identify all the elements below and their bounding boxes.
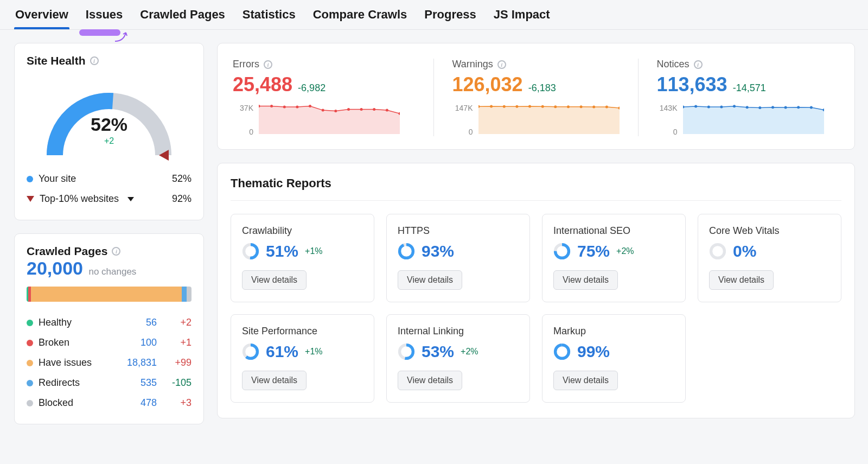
svg-point-40 [400,245,413,258]
svg-point-17 [528,105,531,108]
triangle-down-icon [27,196,34,202]
svg-point-8 [347,108,350,111]
tab-label: Compare Crawls [313,8,407,21]
view-details-button[interactable]: View details [398,270,462,290]
crawled-row[interactable]: Healthy56+2 [27,313,192,333]
svg-point-35 [809,106,812,109]
crawled-row[interactable]: Redirects535-105 [27,373,192,393]
crawled-row[interactable]: Have issues18,831+99 [27,353,192,373]
svg-point-11 [386,109,388,112]
info-icon[interactable]: i [112,247,120,256]
report-percent: 93% [422,242,454,260]
legend-your-site: Your site [39,173,76,185]
legend-dot-icon [27,380,33,386]
info-icon[interactable]: i [90,56,99,65]
axis-label: 0 [657,128,678,136]
axis-label: 147K [452,104,473,112]
crawled-row-delta: +3 [159,397,192,409]
sparkline-chart [683,104,824,134]
svg-point-3 [283,106,286,109]
tab-label: JS Impact [494,8,550,21]
crawled-row-label: Healthy [39,317,72,328]
report-percent: 61% [266,342,298,361]
report-title: International SEO [553,225,674,237]
svg-point-14 [490,105,493,108]
info-icon[interactable]: i [694,60,703,69]
crawled-row[interactable]: Broken100+1 [27,333,192,353]
sparkline-chart [259,104,400,134]
report-percent: 53% [422,342,454,361]
svg-point-50 [556,345,569,359]
svg-point-34 [797,106,800,109]
crawled-row-count: 18,831 [113,357,157,368]
stat-label: Warnings [452,59,493,70]
crawled-row-count: 535 [113,377,157,389]
svg-point-31 [758,106,761,109]
tab-statistics[interactable]: Statistics [241,3,297,29]
report-percent: 99% [577,342,610,361]
view-details-button[interactable]: View details [242,371,307,390]
crawled-row-count: 56 [113,317,157,328]
report-delta: +1% [305,246,322,256]
report-delta: +1% [305,347,322,357]
stat-delta: -6,982 [298,82,326,94]
svg-point-23 [605,106,608,109]
arrow-swirl-icon [114,28,128,42]
stat-warnings[interactable]: Warnings i126,032-6,183147K0 [434,59,639,136]
svg-point-5 [309,105,311,107]
svg-point-7 [334,110,337,112]
stat-notices[interactable]: Notices i113,633-14,571143K0 [639,59,840,136]
svg-point-2 [270,105,273,107]
tab-compare-crawls[interactable]: Compare Crawls [312,3,409,29]
crawled-row-delta: +2 [159,317,192,328]
svg-point-26 [694,105,697,108]
view-details-button[interactable]: View details [709,270,774,290]
svg-point-18 [541,105,544,108]
crawled-row[interactable]: Blocked478+3 [27,393,192,413]
crawled-row-delta: +99 [159,357,192,368]
crawled-pages-bar[interactable] [27,287,192,302]
axis-label: 0 [233,128,253,136]
legend-top10: Top-10% websites [40,193,119,205]
report-title: Site Performance [242,326,363,337]
svg-point-30 [745,106,748,109]
tab-issues[interactable]: Issues [85,3,124,29]
report-grid: Crawlability51%+1%View detailsHTTPS93%Vi… [231,214,841,403]
svg-point-28 [720,105,723,108]
crawled-pages-sub: no changes [88,266,136,277]
top10-dropdown[interactable]: Top-10% websites 92% [27,189,192,209]
tab-label: Issues [86,8,123,21]
tab-js-impact[interactable]: JS Impact [493,3,551,29]
stat-errors[interactable]: Errors i25,488-6,98237K0 [233,59,434,136]
tab-progress[interactable]: Progress [423,3,477,29]
legend-dot-icon [27,400,33,406]
legend-dot-icon [27,176,33,182]
tab-overview[interactable]: Overview [14,3,69,29]
crawled-row-label: Redirects [39,377,80,389]
view-details-button[interactable]: View details [398,371,462,390]
svg-point-43 [711,245,725,258]
chevron-down-icon [127,197,134,201]
sparkline-chart [478,104,620,134]
site-health-title: Site Health [27,54,86,67]
view-details-button[interactable]: View details [553,371,618,390]
tab-label: Statistics [242,8,296,21]
donut-icon [553,343,571,360]
donut-icon [709,243,726,260]
stat-value: 126,032 [452,73,523,96]
tab-crawled-pages[interactable]: Crawled Pages [139,3,226,29]
crawled-row-delta: +1 [159,337,192,348]
svg-point-33 [784,106,787,109]
crawled-row-count: 478 [113,397,157,409]
report-title: Core Web Vitals [709,225,830,237]
crawled-row-label: Broken [39,337,69,348]
crawled-pages-total[interactable]: 20,000 [27,258,83,278]
view-details-button[interactable]: View details [242,270,307,290]
report-percent: 0% [733,242,756,260]
report-title: Crawlability [242,225,363,237]
axis-label: 0 [452,128,473,136]
report-card: Markup99%View details [542,314,686,403]
info-icon[interactable]: i [497,60,506,69]
info-icon[interactable]: i [264,60,272,69]
view-details-button[interactable]: View details [553,270,618,290]
